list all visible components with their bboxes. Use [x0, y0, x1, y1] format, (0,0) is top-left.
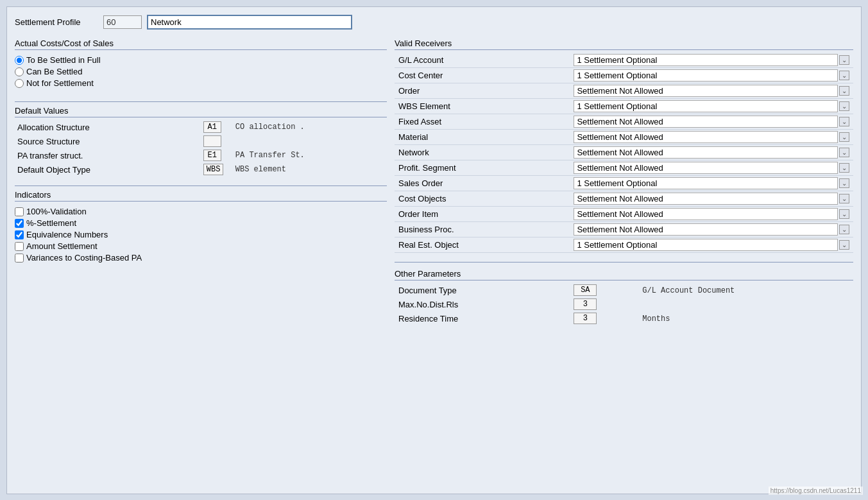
field-row-allocation-structure: Allocation Structure A1 CO allocation . — [15, 120, 387, 134]
valid-receivers-title: Valid Receivers — [395, 39, 853, 50]
receiver-label-order: Order — [395, 83, 570, 99]
checkbox-100-validation[interactable] — [15, 207, 24, 216]
actual-costs-radio-group: To Be Settled in Full Can Be Settled Not… — [15, 53, 387, 92]
receiver-dropdown-gl-account: 1 Settlement Optional — [574, 54, 838, 66]
checkbox-100-validation-label: 100%-Validation — [26, 207, 87, 216]
checkbox-equivalence-numbers[interactable] — [15, 230, 24, 239]
receiver-label-network: Network — [395, 145, 570, 160]
checkbox-item-amount-settlement: Amount Settlement — [15, 241, 387, 251]
receiver-dropdown-arrow-cost-objects[interactable]: ⌄ — [839, 194, 849, 203]
receiver-label-order-item: Order Item — [395, 207, 570, 222]
radio-can-be-settled[interactable] — [15, 67, 24, 76]
receiver-value-real-est-object: 1 Settlement Optional ⌄ — [570, 237, 853, 253]
receiver-dropdown-arrow-cost-center[interactable]: ⌄ — [839, 71, 849, 80]
receiver-row-real-est-object: Real Est. Object 1 Settlement Optional ⌄ — [395, 237, 853, 253]
receiver-dropdown-arrow-real-est-object[interactable]: ⌄ — [839, 240, 849, 250]
param-label-max-dist-rls: Max.No.Dist.Rls — [395, 297, 570, 311]
checkbox-pct-settlement[interactable] — [15, 219, 24, 228]
indicators-title: Indicators — [15, 190, 387, 202]
param-document-type-text: G/L Account Document — [642, 286, 735, 295]
checkbox-equivalence-numbers-label: Equivalence Numbers — [26, 230, 108, 239]
radio-item-can-be-settled: Can Be Settled — [15, 67, 387, 76]
settlement-profile-name[interactable] — [147, 15, 352, 30]
receiver-dropdown-order-item: Settlement Not Allowed — [574, 208, 838, 220]
receiver-value-network: Settlement Not Allowed ⌄ — [570, 145, 853, 160]
field-row-source-structure: Source Structure — [15, 134, 387, 148]
receiver-label-material: Material — [395, 130, 570, 145]
receiver-value-cost-center: 1 Settlement Optional ⌄ — [570, 68, 853, 83]
receiver-dropdown-arrow-fixed-asset[interactable]: ⌄ — [839, 117, 849, 126]
checkbox-pct-settlement-label: %-Settlement — [26, 218, 76, 228]
param-label-document-type: Document Type — [395, 283, 570, 297]
default-object-type-value: WBS element — [233, 162, 387, 177]
default-values-table: Allocation Structure A1 CO allocation . … — [15, 120, 387, 177]
pa-transfer-code: E1 — [203, 150, 221, 161]
allocation-structure-label: Allocation Structure — [15, 120, 201, 134]
settlement-profile-code[interactable] — [103, 15, 142, 29]
default-values-section: Default Values Allocation Structure A1 C… — [15, 106, 387, 177]
receiver-dropdown-arrow-gl-account[interactable]: ⌄ — [839, 55, 849, 65]
receiver-dropdown-arrow-sales-order[interactable]: ⌄ — [839, 178, 849, 188]
receiver-dropdown-fixed-asset: Settlement Not Allowed — [574, 116, 838, 128]
receiver-row-cost-center: Cost Center 1 Settlement Optional ⌄ — [395, 68, 853, 83]
receiver-row-gl-account: G/L Account 1 Settlement Optional ⌄ — [395, 53, 853, 68]
receiver-label-cost-objects: Cost Objects — [395, 191, 570, 207]
checkbox-variances[interactable] — [15, 254, 24, 263]
receiver-dropdown-arrow-profit-segment[interactable]: ⌄ — [839, 163, 849, 173]
checkbox-item-100-validation: 100%-Validation — [15, 207, 387, 216]
other-parameters-table: Document Type SA G/L Account Document Ma… — [395, 283, 853, 325]
param-value-residence-time: Months — [634, 311, 853, 325]
receiver-dropdown-arrow-order[interactable]: ⌄ — [839, 86, 849, 96]
param-document-type-code-box: SA — [574, 284, 597, 296]
valid-receivers-section: Valid Receivers G/L Account 1 Settlement… — [395, 39, 853, 253]
other-parameters-title: Other Parameters — [395, 269, 853, 280]
receiver-dropdown-arrow-wbs-element[interactable]: ⌄ — [839, 101, 849, 111]
receiver-dropdown-network: Settlement Not Allowed — [574, 146, 838, 159]
receiver-row-sales-order: Sales Order 1 Settlement Optional ⌄ — [395, 176, 853, 191]
receiver-value-order: Settlement Not Allowed ⌄ — [570, 83, 853, 99]
receiver-row-wbs-element: WBS Element 1 Settlement Optional ⌄ — [395, 99, 853, 114]
receiver-row-order-item: Order Item Settlement Not Allowed ⌄ — [395, 207, 853, 222]
checkbox-amount-settlement-label: Amount Settlement — [26, 241, 98, 251]
radio-not-for-settlement[interactable] — [15, 79, 24, 88]
checkbox-variances-label: Variances to Costing-Based PA — [26, 253, 142, 263]
other-parameters-section: Other Parameters Document Type SA G/L Ac… — [395, 269, 853, 325]
receiver-value-gl-account: 1 Settlement Optional ⌄ — [570, 53, 853, 68]
receiver-dropdown-wbs-element: 1 Settlement Optional — [574, 100, 838, 112]
receiver-value-cost-objects: Settlement Not Allowed ⌄ — [570, 191, 853, 207]
radio-not-for-settlement-label: Not for Settlement — [26, 78, 94, 88]
receiver-dropdown-arrow-order-item[interactable]: ⌄ — [839, 209, 849, 219]
receiver-dropdown-arrow-business-proc[interactable]: ⌄ — [839, 225, 849, 234]
receiver-row-cost-objects: Cost Objects Settlement Not Allowed ⌄ — [395, 191, 853, 207]
receiver-dropdown-cost-center: 1 Settlement Optional — [574, 69, 838, 82]
radio-to-be-settled[interactable] — [15, 56, 24, 65]
receiver-row-material: Material Settlement Not Allowed ⌄ — [395, 130, 853, 145]
param-max-dist-rls-code-box: 3 — [574, 298, 597, 310]
receiver-dropdown-arrow-network[interactable]: ⌄ — [839, 148, 849, 157]
receiver-value-wbs-element: 1 Settlement Optional ⌄ — [570, 99, 853, 114]
checkbox-amount-settlement[interactable] — [15, 242, 24, 251]
receiver-dropdown-business-proc: Settlement Not Allowed — [574, 223, 838, 236]
source-structure-code-cell — [201, 134, 233, 148]
receiver-row-network: Network Settlement Not Allowed ⌄ — [395, 145, 853, 160]
actual-costs-section: Actual Costs/Cost of Sales To Be Settled… — [15, 39, 387, 92]
receiver-dropdown-real-est-object: 1 Settlement Optional — [574, 239, 838, 251]
receiver-value-order-item: Settlement Not Allowed ⌄ — [570, 207, 853, 222]
radio-item-not-for-settlement: Not for Settlement — [15, 78, 387, 88]
receiver-row-fixed-asset: Fixed Asset Settlement Not Allowed ⌄ — [395, 114, 853, 130]
pa-transfer-label: PA transfer struct. — [15, 148, 201, 162]
receiver-label-business-proc: Business Proc. — [395, 222, 570, 237]
param-residence-time-code-box: 3 — [574, 313, 597, 324]
settlement-profile-label: Settlement Profile — [15, 17, 98, 27]
param-code-document-type: SA — [570, 283, 634, 297]
receiver-label-wbs-element: WBS Element — [395, 99, 570, 114]
receiver-label-gl-account: G/L Account — [395, 53, 570, 68]
param-residence-time-text: Months — [642, 315, 670, 323]
radio-item-to-be-settled: To Be Settled in Full — [15, 55, 387, 65]
receiver-label-profit-segment: Profit. Segment — [395, 160, 570, 176]
param-code-residence-time: 3 — [570, 311, 634, 325]
checkbox-item-equivalence-numbers: Equivalence Numbers — [15, 230, 387, 239]
allocation-structure-value: CO allocation . — [233, 120, 387, 134]
receiver-value-profit-segment: Settlement Not Allowed ⌄ — [570, 160, 853, 176]
receiver-dropdown-arrow-material[interactable]: ⌄ — [839, 132, 849, 142]
